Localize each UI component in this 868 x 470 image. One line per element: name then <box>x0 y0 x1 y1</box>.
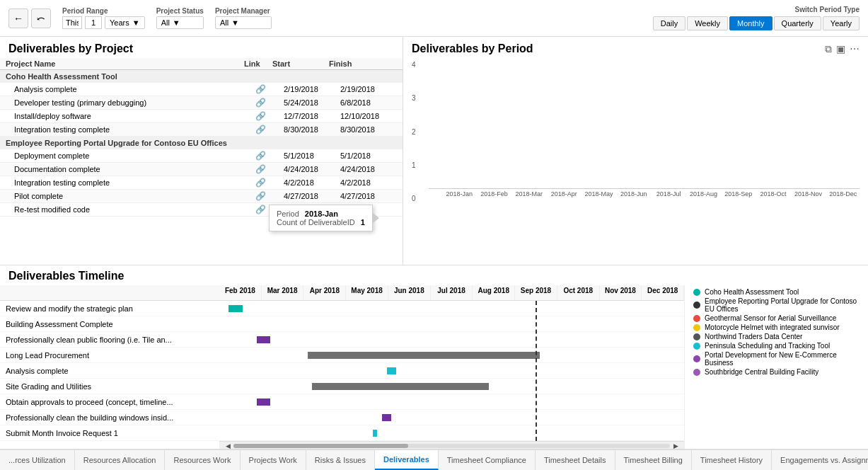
table-body[interactable]: Coho Health Assessment Tool Analysis com… <box>0 70 403 265</box>
project-status-select[interactable]: All ▼ <box>156 16 204 29</box>
month-may: May 2018 <box>346 285 388 300</box>
chart-wrapper: 4 3 2 1 0 <box>412 61 860 197</box>
scroll-right-btn[interactable]: ▶ <box>670 442 681 449</box>
tab-deliverables[interactable]: Deliverables <box>375 450 439 470</box>
yearly-button[interactable]: Yearly <box>823 16 860 30</box>
legend-item-employee: Employee Reporting Portal Upgrade for Co… <box>693 297 860 313</box>
x-label-feb: 2018-Feb <box>478 190 510 197</box>
gantt-rows-container <box>219 301 684 441</box>
tab-resources-utilization[interactable]: ...rces Utilization <box>0 450 75 470</box>
tab-timesheet-details[interactable]: Timesheet Details <box>536 450 615 470</box>
task-col-header <box>0 285 219 301</box>
month-apr: Apr 2018 <box>303 285 346 300</box>
month-jul: Jul 2018 <box>431 285 473 300</box>
legend-label-northwind: Northwind Traders Data Center <box>705 333 802 340</box>
link-icon[interactable]: 🔗 <box>255 178 284 188</box>
tab-resources-work[interactable]: Resources Work <box>165 450 240 470</box>
main-content: Deliverables by Project Project Name Lin… <box>0 37 868 449</box>
project-manager-select[interactable]: All ▼ <box>215 16 272 29</box>
tooltip-count-value: 1 <box>361 218 365 227</box>
month-nov: Nov 2018 <box>600 285 642 300</box>
scrollbar-track[interactable] <box>233 444 670 448</box>
period-this-input[interactable]: This <box>62 16 82 29</box>
tab-timesheet-history[interactable]: Timesheet History <box>692 450 772 470</box>
gantt-row-4 <box>219 363 684 379</box>
task-row: Long Lead Procurement <box>0 348 219 363</box>
x-axis-line <box>429 188 860 189</box>
table-row: Analysis complete 🔗 2/19/2018 2/19/2018 <box>0 83 403 96</box>
deliverables-by-period-panel: Deliverables by Period ⧉ ▣ ⋯ 4 3 2 1 <box>403 37 868 265</box>
legend-item-coho: Coho Health Assessment Tool <box>693 288 860 296</box>
task-row: Analysis complete <box>0 363 219 379</box>
link-icon[interactable]: 🔗 <box>255 98 284 108</box>
x-label-aug: 2018-Aug <box>687 190 719 197</box>
tab-resources-allocation[interactable]: Resources Allocation <box>75 450 166 470</box>
gantt-row-7 <box>219 410 684 425</box>
scroll-left-btn[interactable]: ◀ <box>222 442 233 449</box>
table-header: Project Name Link Start Finish <box>0 58 403 70</box>
bar-chart-area: 4 3 2 1 0 <box>403 58 868 265</box>
period-range-group: Period Range This 1 Years ▼ <box>62 7 145 29</box>
table-row: Pilot complete 🔗 4/27/2018 4/27/2018 <box>0 190 403 203</box>
month-oct: Oct 2018 <box>557 285 600 300</box>
daily-button[interactable]: Daily <box>653 16 685 30</box>
undo-button[interactable]: ⤺ <box>31 8 51 28</box>
x-label-may: 2018-May <box>582 190 615 197</box>
task-row: Submit Month Invoice Request 1 <box>0 425 219 441</box>
switch-period-group: Switch Period Type Daily Weekly Monthly … <box>653 6 860 30</box>
back-button[interactable]: ← <box>8 8 28 28</box>
month-dec: Dec 2018 <box>642 285 684 300</box>
tab-timesheet-compliance[interactable]: Timesheet Compliance <box>439 450 536 470</box>
col-start: Start <box>272 59 329 68</box>
more-icon[interactable]: ⋯ <box>850 43 860 55</box>
gantt-bar-4 <box>387 367 396 374</box>
tab-engagements-assignments[interactable]: Engagements vs. Assignments <box>772 450 868 470</box>
task-row: Professionally clean public flooring (i.… <box>0 332 219 348</box>
month-headers: Feb 2018 Mar 2018 Apr 2018 May 2018 Jun … <box>219 285 684 301</box>
group-header-employee: Employee Reporting Portal Upgrade for Co… <box>0 137 403 149</box>
link-icon[interactable]: 🔗 <box>255 111 284 121</box>
weekly-button[interactable]: Weekly <box>687 16 728 30</box>
gantt-bar-7 <box>382 414 391 421</box>
link-icon[interactable]: 🔗 <box>255 125 284 134</box>
quarterly-button[interactable]: Quarterly <box>774 16 821 30</box>
link-icon[interactable]: 🔗 <box>255 84 284 94</box>
col-finish: Finish <box>329 59 386 68</box>
period-number-input[interactable]: 1 <box>85 16 102 29</box>
gantt-bar-6 <box>257 399 271 406</box>
tab-timesheet-billing[interactable]: Timesheet Billing <box>615 450 692 470</box>
task-row: Site Grading and Utilities <box>0 379 219 394</box>
x-axis-labels: 2018-Jan 2018-Feb 2018-Mar 2018-Apr 2018… <box>429 190 860 197</box>
month-aug: Aug 2018 <box>473 285 515 300</box>
legend: Coho Health Assessment Tool Employee Rep… <box>684 285 868 449</box>
deliverables-by-period-title: Deliverables by Period <box>412 42 533 55</box>
tab-projects-work[interactable]: Projects Work <box>241 450 306 470</box>
today-line <box>536 301 537 441</box>
grid-icon[interactable]: ▣ <box>836 43 845 55</box>
col-link: Link <box>244 59 272 68</box>
link-icon[interactable]: 🔗 <box>255 191 284 201</box>
timeline-tasks: Review and modify the strategic plan Bui… <box>0 285 219 449</box>
col-project-name: Project Name <box>6 59 244 68</box>
table-row: Integration testing complete 🔗 4/2/2018 … <box>0 176 403 190</box>
legend-label-coho: Coho Health Assessment Tool <box>705 288 799 296</box>
gantt-area: Feb 2018 Mar 2018 Apr 2018 May 2018 Jun … <box>219 285 684 449</box>
link-icon[interactable]: 🔗 <box>255 151 284 161</box>
toolbar: ← ⤺ Period Range This 1 Years ▼ Project … <box>0 0 868 37</box>
x-label-nov: 2018-Nov <box>792 190 824 197</box>
legend-dot-employee <box>693 302 700 309</box>
period-range-label: Period Range <box>62 7 145 15</box>
gantt-row-0 <box>219 301 684 316</box>
legend-label-peninsula: Peninsula Scheduling and Tracking Tool <box>705 342 830 350</box>
legend-dot-portal <box>693 355 700 362</box>
period-years-select[interactable]: Years ▼ <box>105 16 145 29</box>
month-feb: Feb 2018 <box>219 285 262 300</box>
tab-risks-issues[interactable]: Risks & Issues <box>306 450 375 470</box>
expand-icon[interactable]: ⧉ <box>825 43 832 55</box>
deliverables-timeline-section: Deliverables Timeline Review and modify … <box>0 265 868 449</box>
gantt-row-5 <box>219 379 684 394</box>
link-icon[interactable]: 🔗 <box>255 164 284 174</box>
task-row: Obtain approvals to proceed (concept, ti… <box>0 394 219 410</box>
monthly-button[interactable]: Monthly <box>729 16 772 30</box>
legend-label-employee: Employee Reporting Portal Upgrade for Co… <box>705 297 860 313</box>
